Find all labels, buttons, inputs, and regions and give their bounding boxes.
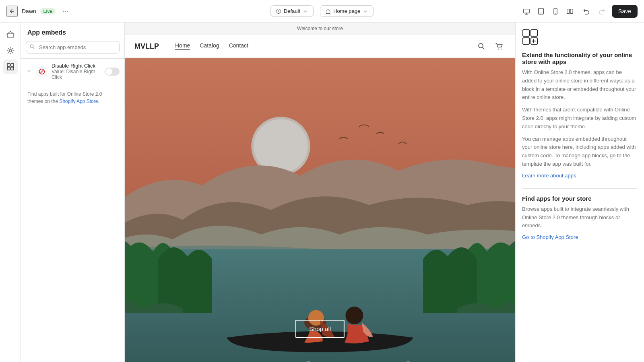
svg-rect-27 (523, 30, 529, 36)
sidebar: App embeds Disable Right Click Value: Di… (21, 23, 125, 362)
right-panel: Extend the functionality of your online … (515, 23, 644, 362)
panel-section1-p1: With Online Store 2.0 themes, apps can b… (522, 68, 638, 102)
search-input[interactable] (26, 41, 120, 53)
topbar-center: Default Home page (219, 5, 426, 17)
store-nav-home[interactable]: Home (175, 42, 190, 50)
topbar-right: Save (430, 5, 638, 18)
panel-section2-title: Find apps for your store (522, 195, 638, 202)
app-info: Disable Right Click Value: Disable Right… (52, 63, 101, 80)
shopify-app-store-link[interactable]: Shopify App Store (59, 99, 98, 104)
store-cart-icon[interactable] (493, 40, 506, 53)
tablet-view-button[interactable] (535, 5, 547, 18)
nav-settings-icon[interactable] (3, 43, 18, 58)
back-button[interactable] (6, 6, 18, 17)
panel-divider (522, 188, 638, 189)
more-button[interactable]: ··· (60, 5, 72, 17)
store-nav-icons (475, 40, 506, 53)
learn-more-link[interactable]: Learn more about apps (522, 173, 638, 179)
panel-section1-p2: With themes that aren't compatible with … (522, 106, 638, 131)
save-button[interactable]: Save (612, 5, 638, 18)
svg-rect-11 (11, 64, 14, 66)
nav-apps-icon[interactable] (3, 60, 18, 74)
svg-point-25 (345, 306, 363, 324)
svg-point-9 (9, 49, 12, 52)
store-topbar: Welcome to our store (125, 23, 515, 35)
panel-section2-text: Browse apps built to integrate seamlessl… (522, 205, 638, 230)
svg-point-16 (479, 43, 483, 48)
svg-rect-10 (7, 64, 10, 66)
svg-point-21 (254, 119, 308, 173)
hero-section: Browse our latest products Shop all (125, 58, 515, 362)
shop-all-button[interactable]: Shop all (295, 320, 345, 338)
redo-button[interactable] (596, 5, 609, 18)
panel-icon (522, 29, 638, 47)
panel-section-2: Find apps for your store Browse apps bui… (522, 195, 638, 240)
desktop-view-button[interactable] (520, 5, 533, 18)
app-embed-item: Disable Right Click Value: Disable Right… (21, 58, 124, 84)
svg-rect-8 (8, 34, 13, 38)
svg-point-5 (555, 13, 555, 13)
store-name: Dawn (22, 8, 36, 14)
svg-rect-6 (567, 9, 570, 13)
store-search-icon[interactable] (475, 40, 488, 53)
toggle-button[interactable] (105, 68, 120, 76)
main-layout: App embeds Disable Right Click Value: Di… (0, 23, 644, 362)
shopify-store-link[interactable]: Go to Shopify App Store (522, 234, 638, 240)
app-value: Value: Disable Right Click (52, 69, 101, 80)
panel-section1-p3: You can manage apps embedded throughout … (522, 135, 638, 169)
svg-point-3 (541, 13, 541, 13)
svg-point-18 (501, 49, 502, 49)
svg-rect-7 (570, 9, 573, 13)
mobile-view-button[interactable] (549, 5, 562, 18)
store-nav: MVLLP Home Catalog Contact (125, 35, 515, 58)
sidebar-title: App embeds (21, 23, 124, 41)
sidebar-footer: Find apps built for Online Store 2.0 the… (21, 84, 124, 111)
svg-text:Browse our latest products: Browse our latest products (187, 358, 454, 362)
svg-rect-13 (11, 67, 14, 70)
app-name: Disable Right Click (52, 63, 101, 69)
svg-rect-12 (7, 67, 10, 70)
view-icons (520, 5, 576, 18)
topbar: Dawn Live ··· Default Home page (0, 0, 644, 23)
store-nav-links: Home Catalog Contact (175, 42, 475, 50)
svg-rect-28 (531, 30, 537, 36)
search-box (26, 41, 120, 53)
left-nav (0, 23, 21, 362)
svg-rect-1 (524, 9, 529, 13)
svg-rect-29 (523, 38, 529, 44)
preview-frame: Welcome to our store MVLLP Home Catalog … (125, 23, 515, 362)
homepage-dropdown[interactable]: Home page (320, 5, 374, 17)
store-logo: MVLLP (134, 42, 159, 51)
panel-section-1: Extend the functionality of your online … (522, 51, 638, 179)
chevron-button[interactable] (26, 68, 32, 75)
panel-section1-title: Extend the functionality of your online … (522, 51, 638, 65)
undo-button[interactable] (580, 5, 592, 18)
svg-point-17 (498, 49, 499, 49)
more-view-button[interactable] (564, 5, 576, 18)
toggle-thumb (106, 68, 112, 75)
live-badge: Live (40, 8, 56, 14)
preview-area: Welcome to our store MVLLP Home Catalog … (125, 23, 515, 362)
default-dropdown[interactable]: Default (270, 5, 314, 17)
store-nav-contact[interactable]: Contact (229, 42, 248, 50)
store-nav-catalog[interactable]: Catalog (200, 42, 219, 50)
topbar-left: Dawn Live ··· (6, 5, 214, 17)
nav-home-icon[interactable] (3, 27, 18, 42)
disable-icon (36, 66, 47, 77)
